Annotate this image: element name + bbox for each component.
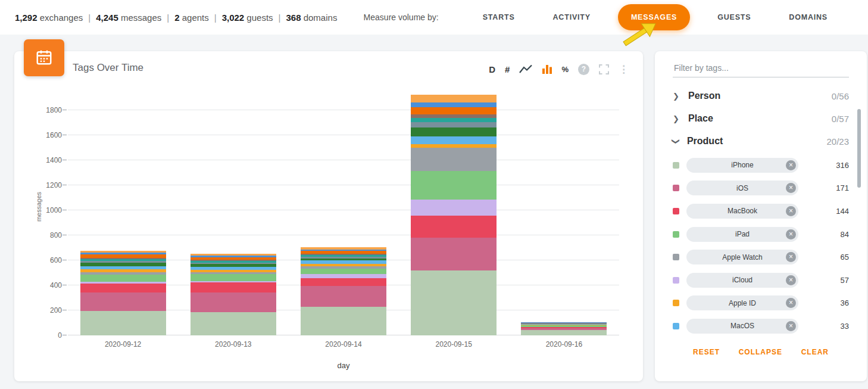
tag-filter-input[interactable] xyxy=(673,58,849,77)
reset-button[interactable]: RESET xyxy=(693,348,720,356)
bar-segment-iphone[interactable] xyxy=(191,312,276,335)
bar-chart-icon xyxy=(542,64,552,74)
sidebar-scrollbar[interactable] xyxy=(857,109,861,188)
gridline xyxy=(68,185,619,185)
tag-pill[interactable]: MacOS× xyxy=(686,319,798,334)
y-tick-label: 200 xyxy=(50,306,62,315)
tag-pill[interactable]: iCloud× xyxy=(686,273,798,288)
tag-label: MacOS xyxy=(730,322,754,330)
bar-segment-iphone[interactable] xyxy=(301,307,386,335)
bar-segment-icloud[interactable] xyxy=(411,200,497,216)
gridline xyxy=(68,135,619,135)
y-tick-label: 1000 xyxy=(46,206,62,214)
bar-segment-ios[interactable] xyxy=(80,292,166,312)
bar-segment-macos[interactable] xyxy=(411,136,497,144)
chevron-right-icon: ❯ xyxy=(673,92,688,101)
tag-pill[interactable]: iPad× xyxy=(686,227,798,242)
tag-actions: RESET COLLAPSE CLEAR xyxy=(673,348,849,356)
bar-segment-ipad[interactable] xyxy=(191,274,276,281)
stat-value: 1,292 xyxy=(15,13,38,23)
remove-tag-icon[interactable]: × xyxy=(786,298,796,308)
more-options-icon[interactable]: ⋮ xyxy=(619,63,629,76)
remove-tag-icon[interactable]: × xyxy=(786,183,796,193)
tag-pill[interactable]: Apple ID× xyxy=(686,295,798,310)
help-icon[interactable]: ? xyxy=(578,64,589,75)
fullscreen-icon[interactable] xyxy=(599,64,609,74)
annotation-arrow-icon xyxy=(618,15,664,49)
tag-row: Apple Watch×65 xyxy=(673,245,849,269)
bar-segment-apple-music[interactable] xyxy=(411,102,497,107)
tag-label: iPad xyxy=(735,230,750,238)
tags-over-time-card: Tags Over Time D # % ? ⋮ messages 020040… xyxy=(14,51,643,381)
bar-segment-app-store[interactable] xyxy=(411,107,497,114)
line-chart-button[interactable] xyxy=(519,64,533,74)
tab-activity[interactable]: ACTIVITY xyxy=(542,7,601,27)
y-tick-label: 0 xyxy=(58,331,62,340)
bar-segment-iphone[interactable] xyxy=(521,330,607,335)
remove-tag-icon[interactable]: × xyxy=(786,160,796,170)
tag-count: 65 xyxy=(841,253,849,262)
bar-segment-apple-tv[interactable] xyxy=(411,122,497,127)
tag-group-name: Place xyxy=(688,113,713,124)
bar-segment-ipad[interactable] xyxy=(301,269,386,274)
bar-segment-icloud[interactable] xyxy=(301,274,386,278)
tag-color-swatch xyxy=(673,185,679,191)
bar-segment-macbook[interactable] xyxy=(301,278,386,286)
tag-pill[interactable]: iOS× xyxy=(686,181,798,195)
y-tick-label: 1800 xyxy=(46,106,62,114)
y-tick-mark xyxy=(63,160,67,160)
bar-segment-macbook[interactable] xyxy=(80,284,166,292)
bar-segment-macbook[interactable] xyxy=(411,216,497,238)
gridline xyxy=(68,160,619,160)
tag-group-place[interactable]: ❯Place0/57 xyxy=(673,107,849,130)
plot-area xyxy=(68,85,619,335)
bar-segment-ios[interactable] xyxy=(301,286,386,307)
tab-guests[interactable]: GUESTS xyxy=(707,7,761,27)
tag-color-swatch xyxy=(673,208,679,214)
stat-label: agents xyxy=(180,13,209,23)
remove-tag-icon[interactable]: × xyxy=(786,206,796,216)
tag-pill[interactable]: iPhone× xyxy=(686,158,798,173)
bar-segment-iphone[interactable] xyxy=(411,270,497,335)
tab-starts[interactable]: STARTS xyxy=(472,7,526,27)
tag-count: 84 xyxy=(841,230,849,239)
gridline xyxy=(68,210,619,210)
bar-segment-safari[interactable] xyxy=(411,127,497,136)
bar-segment-macbook[interactable] xyxy=(191,282,276,292)
line-chart-icon xyxy=(519,64,533,74)
percent-mode-button[interactable]: % xyxy=(561,65,569,74)
y-tick-mark xyxy=(63,235,67,235)
tag-group-product[interactable]: ❯Product20/23 xyxy=(673,130,849,153)
tab-domains[interactable]: DOMAINS xyxy=(778,7,838,27)
granularity-day-button[interactable]: D xyxy=(489,64,495,74)
bar-segment-homepod[interactable] xyxy=(411,95,497,102)
remove-tag-icon[interactable]: × xyxy=(786,321,796,331)
tag-pill[interactable]: Apple Watch× xyxy=(686,250,798,264)
tag-row: iPhone×316 xyxy=(673,154,849,177)
bar-segment-ipad[interactable] xyxy=(411,171,497,200)
tag-count: 57 xyxy=(841,276,849,285)
bar-segment-iphone[interactable] xyxy=(80,311,166,335)
remove-tag-icon[interactable]: × xyxy=(786,252,796,262)
tag-pill[interactable]: MacBook× xyxy=(686,204,798,219)
y-tick-label: 1600 xyxy=(46,131,62,139)
bar-segment-ios[interactable] xyxy=(411,238,497,270)
clear-button[interactable]: CLEAR xyxy=(801,348,829,356)
tag-row: MacOS×33 xyxy=(673,315,849,338)
bar-segment-ios[interactable] xyxy=(191,292,276,313)
collapse-button[interactable]: COLLAPSE xyxy=(739,348,782,356)
calendar-button[interactable] xyxy=(24,39,64,76)
bar-segment-ipad[interactable] xyxy=(80,275,166,282)
tag-group-person[interactable]: ❯Person0/56 xyxy=(673,85,849,107)
bar-segment-apple-watch[interactable] xyxy=(411,148,497,171)
remove-tag-icon[interactable]: × xyxy=(786,275,796,285)
bar-chart-button[interactable] xyxy=(542,64,552,74)
count-mode-button[interactable]: # xyxy=(505,64,510,74)
stat-label: messages xyxy=(118,13,162,23)
chevron-down-icon: ❯ xyxy=(672,138,680,145)
bar-segment-airpods[interactable] xyxy=(411,118,497,122)
stat-value: 2 xyxy=(174,13,179,23)
remove-tag-icon[interactable]: × xyxy=(786,229,796,239)
chart-toolbar: D # % ? ⋮ xyxy=(489,62,629,76)
stat-separator: | xyxy=(214,13,217,23)
